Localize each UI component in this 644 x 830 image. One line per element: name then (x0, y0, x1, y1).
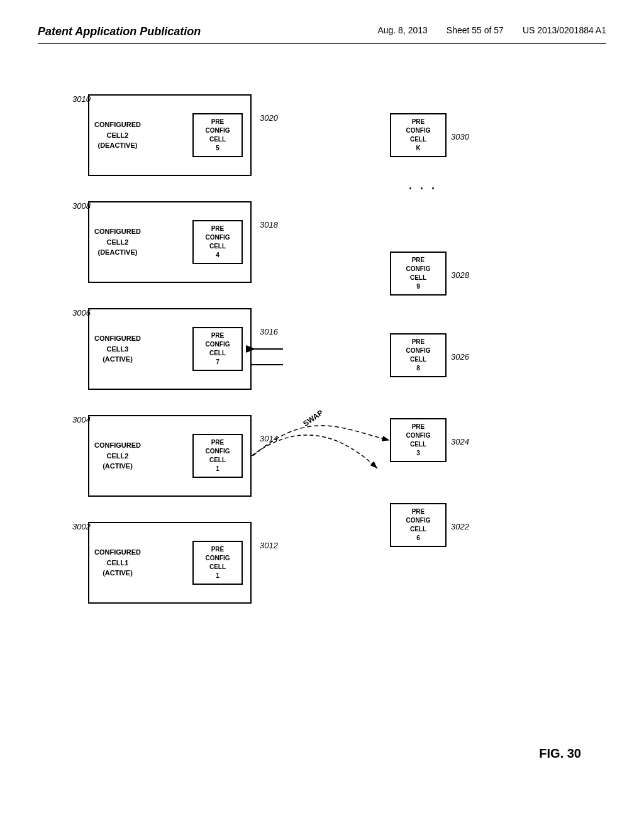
pre-box-3020: PRECONFIGCELL5 (192, 113, 243, 157)
config-label-3004: CONFIGUREDCELL2(ACTIVE) (94, 440, 141, 472)
page-header: Patent Application Publication Aug. 8, 2… (38, 25, 606, 44)
swap-label: SWAP (301, 408, 325, 428)
label-3020: 3020 (260, 113, 278, 123)
config-box-3004: CONFIGUREDCELL2(ACTIVE) PRECONFIGCELL1 (88, 415, 252, 497)
config-label-3006: CONFIGUREDCELL3(ACTIVE) (94, 333, 141, 365)
config-box-3006: CONFIGUREDCELL3(ACTIVE) PRECONFIGCELL7 (88, 308, 252, 390)
pre-box-3030: PRECONFIGCELLK (390, 113, 447, 157)
config-label-3010: CONFIGUREDCELL2(DEACTIVE) (94, 119, 141, 151)
label-3012: 3012 (260, 541, 278, 550)
diagram-area: CONFIGUREDCELL2(DEACTIVE) PRECONFIGCELL5… (38, 57, 606, 786)
config-box-3008: CONFIGUREDCELL2(DEACTIVE) PRECONFIGCELL4 (88, 201, 252, 283)
header-meta: Aug. 8, 2013 Sheet 55 of 57 US 2013/0201… (377, 25, 606, 35)
label-3008: 3008 (72, 201, 91, 211)
pre-box-3024: PRECONFIGCELL3 (390, 418, 447, 462)
config-label-3008: CONFIGUREDCELL2(DEACTIVE) (94, 226, 141, 258)
label-3030: 3030 (451, 132, 469, 141)
config-box-3002: CONFIGUREDCELL1(ACTIVE) PRECONFIGCELL1 (88, 522, 252, 604)
figure-label: FIG. 30 (539, 746, 581, 761)
label-3002: 3002 (72, 522, 91, 531)
ellipsis-dots: · · · (409, 182, 437, 196)
pre-box-3028: PRECONFIGCELL9 (390, 252, 447, 296)
pre-box-3026: PRECONFIGCELL8 (390, 333, 447, 377)
pre-box-3022: PRECONFIGCELL6 (390, 503, 447, 547)
sheet-info: Sheet 55 of 57 (447, 25, 504, 35)
page: Patent Application Publication Aug. 8, 2… (0, 0, 644, 830)
config-box-3010: CONFIGUREDCELL2(DEACTIVE) PRECONFIGCELL5 (88, 94, 252, 176)
label-3028: 3028 (451, 270, 469, 280)
label-3026: 3026 (451, 352, 469, 362)
pre-box-3018: PRECONFIGCELL4 (192, 220, 243, 264)
pre-box-3014-inner: PRECONFIGCELL1 (192, 434, 243, 478)
label-3018: 3018 (260, 220, 278, 230)
label-3006: 3006 (72, 308, 91, 318)
pre-box-3016-inner: PRECONFIGCELL7 (192, 327, 243, 371)
pub-date: Aug. 8, 2013 (377, 25, 427, 35)
config-label-3002: CONFIGUREDCELL1(ACTIVE) (94, 547, 141, 578)
pre-box-3012-inner: PRECONFIGCELL1 (192, 541, 243, 585)
label-3024: 3024 (451, 437, 469, 446)
label-3022: 3022 (451, 522, 469, 531)
label-3016: 3016 (260, 327, 278, 336)
label-3004: 3004 (72, 415, 91, 424)
patent-number: US 2013/0201884 A1 (523, 25, 606, 35)
label-3010: 3010 (72, 94, 91, 104)
label-3014: 3014 (260, 434, 278, 443)
publication-title: Patent Application Publication (38, 25, 201, 38)
